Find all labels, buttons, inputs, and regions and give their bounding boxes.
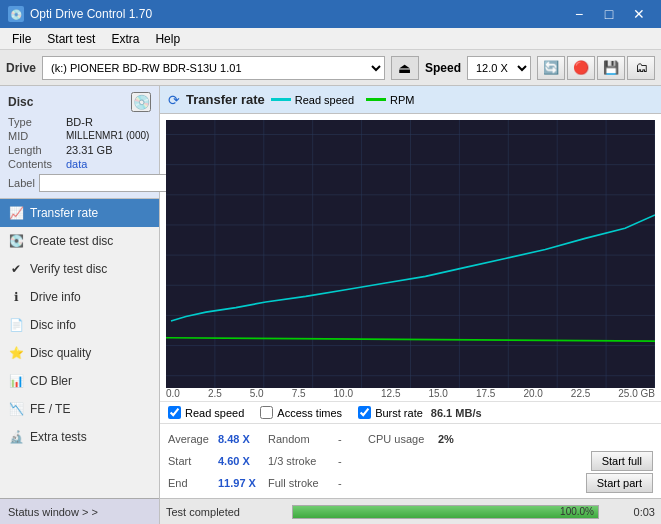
x-axis-labels: 0.0 2.5 5.0 7.5 10.0 12.5 15.0 17.5 20.0… — [160, 388, 661, 401]
main-layout: Disc 💿 Type BD-R MID MILLENMR1 (000) Len… — [0, 86, 661, 524]
progress-bar-fill — [293, 506, 598, 518]
cpu-usage-value: 2% — [438, 433, 488, 445]
status-window-button[interactable]: Status window > > — [0, 498, 159, 524]
record-button[interactable]: 🔴 — [567, 56, 595, 80]
app-title: Opti Drive Control 1.70 — [30, 7, 152, 21]
progress-bar: 100.0% — [292, 505, 599, 519]
burst-rate-checkbox-label: Burst rate — [375, 407, 423, 419]
nav-extra-tests[interactable]: 🔬 Extra tests — [0, 423, 159, 451]
title-bar: 💿 Opti Drive Control 1.70 − □ ✕ — [0, 0, 661, 28]
access-times-checkbox-label: Access times — [277, 407, 342, 419]
disc-info-icon: 📄 — [8, 317, 24, 333]
refresh-button[interactable]: 🔄 — [537, 56, 565, 80]
full-stroke-label: Full stroke — [268, 477, 338, 489]
timer: 0:03 — [605, 506, 655, 518]
save-button[interactable]: 💾 — [597, 56, 625, 80]
drive-select[interactable]: (k:) PIONEER BD-RW BDR-S13U 1.01 — [42, 56, 385, 80]
menu-start-test[interactable]: Start test — [39, 30, 103, 48]
chart-spin-icon: ⟳ — [168, 92, 180, 108]
disc-image-button[interactable]: 💿 — [131, 92, 151, 112]
disc-label-label: Label — [8, 177, 35, 189]
cpu-usage-label: CPU usage — [368, 433, 438, 445]
random-label: Random — [268, 433, 338, 445]
1-3-stroke-label: 1/3 stroke — [268, 455, 338, 467]
menu-extra[interactable]: Extra — [103, 30, 147, 48]
nav-disc-info-label: Disc info — [30, 318, 76, 332]
stats-row-average: Average 8.48 X Random - CPU usage 2% — [168, 428, 653, 450]
start-value: 4.60 X — [218, 455, 268, 467]
read-speed-legend-color — [271, 98, 291, 101]
create-test-disc-icon: 💽 — [8, 233, 24, 249]
start-full-button[interactable]: Start full — [591, 451, 653, 471]
status-window-label: Status window > > — [8, 506, 98, 518]
bottom-bar: Test completed 100.0% 0:03 — [160, 498, 661, 524]
nav-disc-info[interactable]: 📄 Disc info — [0, 311, 159, 339]
start-part-button[interactable]: Start part — [586, 473, 653, 493]
transfer-rate-icon: 📈 — [8, 205, 24, 221]
nav-transfer-rate-label: Transfer rate — [30, 206, 98, 220]
disc-type-label: Type — [8, 116, 66, 128]
burst-rate-value: 86.1 MB/s — [431, 407, 482, 419]
average-label: Average — [168, 433, 218, 445]
rpm-legend-color — [366, 98, 386, 101]
menu-bar: File Start test Extra Help — [0, 28, 661, 50]
menu-help[interactable]: Help — [147, 30, 188, 48]
nav-disc-quality[interactable]: ⭐ Disc quality — [0, 339, 159, 367]
random-value: - — [338, 433, 368, 445]
speed-label: Speed — [425, 61, 461, 75]
extra-tests-icon: 🔬 — [8, 429, 24, 445]
nav-verify-test-disc[interactable]: ✔ Verify test disc — [0, 255, 159, 283]
average-value: 8.48 X — [218, 433, 268, 445]
read-speed-checkbox-label: Read speed — [185, 407, 244, 419]
nav-cd-bler-label: CD Bler — [30, 374, 72, 388]
chart-title: Transfer rate — [186, 92, 265, 107]
disc-length-value: 23.31 GB — [66, 144, 112, 156]
1-3-stroke-value: - — [338, 455, 368, 467]
sidebar: Disc 💿 Type BD-R MID MILLENMR1 (000) Len… — [0, 86, 160, 524]
nav-create-test-disc[interactable]: 💽 Create test disc — [0, 227, 159, 255]
nav-cd-bler[interactable]: 📊 CD Bler — [0, 367, 159, 395]
verify-test-disc-icon: ✔ — [8, 261, 24, 277]
minimize-button[interactable]: − — [565, 3, 593, 25]
drive-info-icon: ℹ — [8, 289, 24, 305]
disc-title: Disc — [8, 95, 33, 109]
disc-type-value: BD-R — [66, 116, 93, 128]
end-value: 11.97 X — [218, 477, 268, 489]
full-stroke-value: - — [338, 477, 368, 489]
nav-drive-info-label: Drive info — [30, 290, 81, 304]
disc-mid-label: MID — [8, 130, 66, 142]
disc-quality-icon: ⭐ — [8, 345, 24, 361]
nav-extra-tests-label: Extra tests — [30, 430, 87, 444]
menu-file[interactable]: File — [4, 30, 39, 48]
cd-bler-icon: 📊 — [8, 373, 24, 389]
burst-rate-checkbox[interactable] — [358, 406, 371, 419]
stats-area: Average 8.48 X Random - CPU usage 2% Sta… — [160, 423, 661, 498]
close-button[interactable]: ✕ — [625, 3, 653, 25]
drive-bar: Drive (k:) PIONEER BD-RW BDR-S13U 1.01 ⏏… — [0, 50, 661, 86]
nav-create-test-disc-label: Create test disc — [30, 234, 113, 248]
nav-fe-te[interactable]: 📉 FE / TE — [0, 395, 159, 423]
app-icon: 💿 — [8, 6, 24, 22]
content-area: ⟳ Transfer rate Read speed RPM — [160, 86, 661, 524]
read-speed-legend-label: Read speed — [295, 94, 354, 106]
speed-select[interactable]: 12.0 X ↓ — [467, 56, 531, 80]
disc-panel: Disc 💿 Type BD-R MID MILLENMR1 (000) Len… — [0, 86, 159, 199]
transfer-rate-chart: 18× 16× 14× 12× 10× 8× 6× 4× 2× — [166, 120, 655, 388]
end-label: End — [168, 477, 218, 489]
save2-button[interactable]: 🗂 — [627, 56, 655, 80]
access-times-checkbox[interactable] — [260, 406, 273, 419]
nav-verify-test-disc-label: Verify test disc — [30, 262, 107, 276]
legend: Read speed RPM — [271, 94, 415, 106]
disc-contents-value[interactable]: data — [66, 158, 87, 170]
eject-button[interactable]: ⏏ — [391, 56, 419, 80]
read-speed-checkbox[interactable] — [168, 406, 181, 419]
rpm-legend-label: RPM — [390, 94, 414, 106]
nav-drive-info[interactable]: ℹ Drive info — [0, 283, 159, 311]
nav-transfer-rate[interactable]: 📈 Transfer rate — [0, 199, 159, 227]
nav-disc-quality-label: Disc quality — [30, 346, 91, 360]
chart-controls: Read speed Access times Burst rate 86.1 … — [160, 401, 661, 423]
progress-label: 100.0% — [560, 506, 594, 518]
drive-label: Drive — [6, 61, 36, 75]
disc-mid-value: MILLENMR1 (000) — [66, 130, 149, 142]
maximize-button[interactable]: □ — [595, 3, 623, 25]
